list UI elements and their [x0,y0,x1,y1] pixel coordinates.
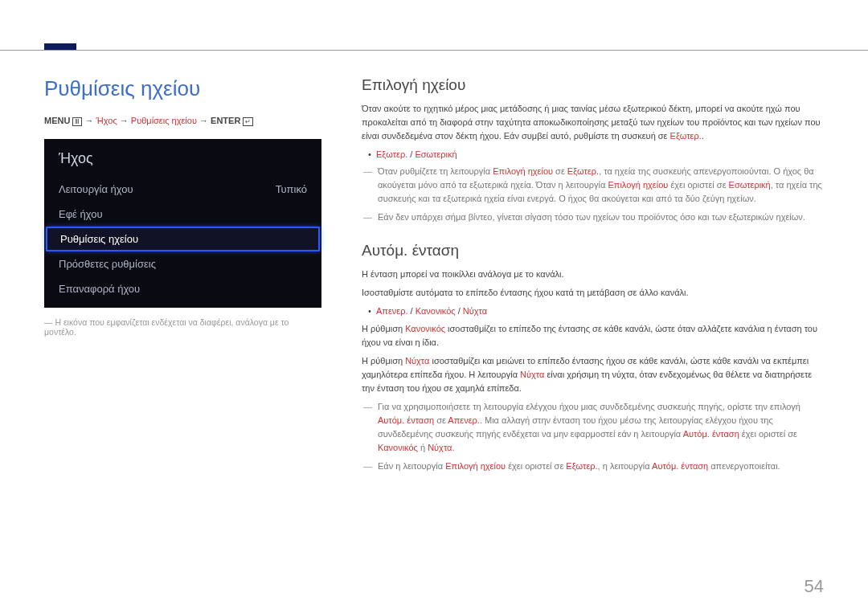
section1-note2: Εάν δεν υπάρχει σήμα βίντεο, γίνεται σίγ… [362,210,824,224]
breadcrumb: MENU Ⅲ → Ήχος → Ρυθμίσεις ηχείου → ENTER… [44,116,321,126]
section2-note2: Εάν η λειτουργία Επιλογή ηχείου έχει ορι… [362,460,824,473]
section2-note1: Για να χρησιμοποιήσετε τη λειτουργία ελέ… [362,400,824,455]
page-number: 54 [805,576,824,597]
menu-icon: Ⅲ [72,117,82,126]
osd-panel-title: Ήχος [44,150,321,177]
osd-item-label: Λειτουργία ήχου [59,183,133,195]
osd-menu-item[interactable]: Εφέ ήχου [44,202,321,227]
osd-item-label: Επαναφορά ήχου [59,283,140,295]
section2-p2: Ισοσταθμίστε αυτόματα το επίπεδο έντασης… [362,286,824,300]
osd-item-label: Εφέ ήχου [59,208,103,220]
osd-item-label: Πρόσθετες ρυθμίσεις [59,258,156,270]
osd-menu-item[interactable]: Ρυθμίσεις ηχείου [46,227,320,251]
section2-p3: Η ρύθμιση Κανονικός ισοσταθμίζει το επίπ… [362,322,824,349]
section2-options: Απενερ. / Κανονικός / Νύχτα [362,304,824,318]
section1-options: Εξωτερ. / Εσωτερική [362,148,824,161]
breadcrumb-menu: MENU [44,116,70,125]
osd-item-label: Ρυθμίσεις ηχείου [60,233,138,245]
page-accent [44,43,76,50]
enter-icon: ↵ [243,117,253,126]
image-caption: ― Η εικόνα που εμφανίζεται ενδέχεται να … [44,317,321,337]
osd-item-value: Τυπικό [276,183,307,195]
page-title: Ρυθμίσεις ηχείου [44,76,321,101]
breadcrumb-p2: Ρυθμίσεις ηχείου [131,116,197,125]
osd-panel: Ήχος Λειτουργία ήχουΤυπικόΕφέ ήχουΡυθμίσ… [44,139,321,308]
osd-menu-item[interactable]: Λειτουργία ήχουΤυπικό [44,177,321,202]
osd-menu-item[interactable]: Πρόσθετες ρυθμίσεις [44,251,321,276]
section2-p4: Η ρύθμιση Νύχτα ισοσταθμίζει και μειώνει… [362,354,824,395]
osd-menu-item[interactable]: Επαναφορά ήχου [44,276,321,301]
breadcrumb-enter: ENTER [211,116,240,125]
section-speaker-select-title: Επιλογή ηχείου [362,76,824,94]
breadcrumb-p1: Ήχος [96,116,117,125]
section1-note1: Όταν ρυθμίζετε τη λειτουργία Επιλογή ηχε… [362,165,824,206]
header-rule [0,50,868,51]
section2-p1: Η ένταση μπορεί να ποικίλλει ανάλογα με … [362,268,824,281]
section-auto-volume-title: Αυτόμ. ένταση [362,242,824,260]
section1-intro: Όταν ακούτε το ηχητικό μέρος μιας μετάδο… [362,102,824,143]
